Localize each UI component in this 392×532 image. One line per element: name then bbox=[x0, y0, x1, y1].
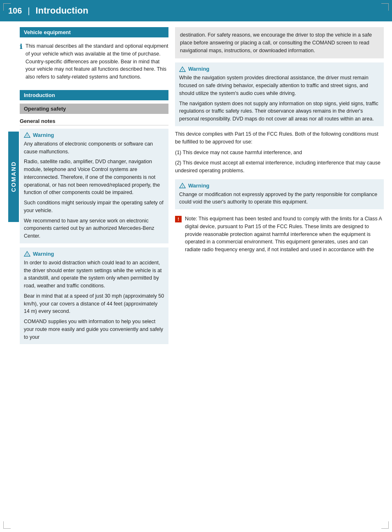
warning-4-text: Change or modification not expressly app… bbox=[179, 191, 380, 206]
warning-3-label: Warning bbox=[188, 66, 210, 72]
svg-text:!: ! bbox=[182, 185, 183, 188]
svg-text:!: ! bbox=[27, 253, 28, 256]
warning-4-label: Warning bbox=[188, 183, 210, 189]
content-area: Vehicle equipment ℹ This manual describe… bbox=[0, 21, 392, 356]
operating-safety-heading: Operating safety bbox=[20, 104, 168, 114]
corner-tr bbox=[381, 3, 389, 11]
warning-2-triangle-icon: ! bbox=[24, 251, 30, 257]
warning-block-3: ! Warning While the navigation system pr… bbox=[175, 62, 384, 126]
general-notes-heading: General notes bbox=[20, 118, 168, 125]
header-separator: | bbox=[28, 6, 30, 16]
info-icon: ℹ bbox=[20, 43, 22, 81]
warning-2-header: ! Warning bbox=[24, 251, 164, 257]
warning-4-triangle-icon: ! bbox=[179, 183, 186, 188]
page-wrapper: 106 | Introduction COMAND Vehicle equipm… bbox=[0, 0, 392, 532]
svg-text:!: ! bbox=[182, 68, 183, 71]
fcc-rules-block: This device complies with Part 15 of the… bbox=[175, 130, 384, 175]
warning-1-label: Warning bbox=[33, 132, 54, 138]
left-column: Vehicle equipment ℹ This manual describe… bbox=[8, 21, 168, 348]
warning-4-header: ! Warning bbox=[179, 183, 380, 189]
sidebar-label: COMAND bbox=[8, 132, 19, 222]
note-icon: ! bbox=[175, 216, 182, 222]
warning-1-p3: Such conditions might seriously impair t… bbox=[24, 199, 164, 215]
right-column: destination. For safety reasons, we enco… bbox=[175, 21, 384, 348]
warning-1-header: ! Warning bbox=[24, 132, 164, 138]
warning-1-p2: Radio, satellite radio, amplifier, DVD c… bbox=[24, 158, 164, 197]
warning-1-p1: Any alterations of electronic components… bbox=[24, 140, 164, 156]
header-bar: 106 | Introduction bbox=[0, 0, 392, 21]
introduction-heading: Introduction bbox=[20, 90, 168, 100]
destination-gray-box: destination. For safety reasons, we enco… bbox=[175, 27, 384, 58]
warning-2-p2: Bear in mind that at a speed of just 30 … bbox=[24, 292, 164, 315]
note-text: Note: This equipment has been tested and… bbox=[185, 215, 384, 254]
vehicle-equipment-info: ℹ This manual describes all the standard… bbox=[20, 41, 168, 83]
corner-br bbox=[381, 521, 389, 529]
destination-text: destination. For safety reasons, we enco… bbox=[180, 32, 372, 53]
warning-block-1: ! Warning Any alterations of electronic … bbox=[20, 129, 168, 243]
warning-3-p2: The navigation system does not supply an… bbox=[179, 100, 380, 123]
vehicle-equipment-text: This manual describes all the standard a… bbox=[25, 42, 168, 81]
fcc-p3: (2) This device must accept all external… bbox=[175, 159, 384, 175]
warning-block-2: ! Warning In order to avoid distraction … bbox=[20, 247, 168, 345]
warning-2-p1: In order to avoid distraction which coul… bbox=[24, 259, 164, 290]
vehicle-equipment-heading: Vehicle equipment bbox=[20, 27, 168, 37]
fcc-p2: (1) This device may not cause harmful in… bbox=[175, 149, 384, 157]
corner-bl bbox=[3, 521, 11, 529]
warning-1-p4: We recommend to have any service work on… bbox=[24, 217, 164, 240]
warning-3-triangle-icon: ! bbox=[179, 66, 186, 72]
warning-2-text: In order to avoid distraction which coul… bbox=[24, 259, 164, 341]
warning-2-label: Warning bbox=[33, 251, 54, 257]
warning-1-text: Any alterations of electronic components… bbox=[24, 140, 164, 240]
warning-2-p3: COMAND supplies you with information to … bbox=[24, 318, 164, 341]
corner-tl bbox=[3, 3, 11, 11]
fcc-p1: This device complies with Part 15 of the… bbox=[175, 130, 384, 146]
warning-3-p1: While the navigation system provides dir… bbox=[179, 74, 380, 97]
svg-text:!: ! bbox=[27, 134, 28, 137]
warning-3-header: ! Warning bbox=[179, 66, 380, 72]
page-title: Introduction bbox=[36, 5, 88, 16]
note-block: ! Note: This equipment has been tested a… bbox=[175, 213, 384, 255]
warning-3-text: While the navigation system provides dir… bbox=[179, 74, 380, 123]
warning-1-triangle-icon: ! bbox=[24, 132, 30, 138]
warning-4-p1: Change or modification not expressly app… bbox=[179, 191, 380, 206]
warning-block-4: ! Warning Change or modification not exp… bbox=[175, 179, 384, 210]
